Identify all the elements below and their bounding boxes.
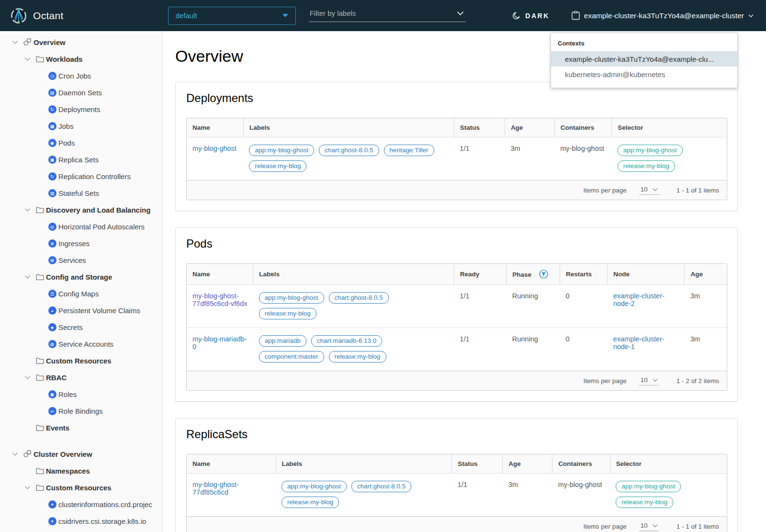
name-link[interactable]: my-blog-ghost-77df85c6cd-vf6dx bbox=[192, 292, 247, 307]
namespace-select[interactable]: default bbox=[168, 7, 296, 25]
sidebar-item-daemon-sets[interactable]: ▤Daemon Sets bbox=[0, 84, 162, 101]
chevron-down-icon[interactable] bbox=[21, 486, 34, 490]
cell-phase: Running bbox=[507, 285, 560, 328]
labels-chips: app:my-blog-ghostchart:ghost-8.0.5releas… bbox=[259, 292, 449, 319]
sidebar-item-label: Namespaces bbox=[46, 467, 90, 475]
sections: DeploymentsNameLabelsStatusAgeContainers… bbox=[175, 82, 738, 532]
folder-icon bbox=[34, 206, 46, 214]
sidebar-item-jobs[interactable]: ▦Jobs bbox=[0, 118, 162, 135]
label-filter-select[interactable]: Filter by labels bbox=[309, 9, 466, 22]
sidebar-item-cluster-overview[interactable]: Cluster Overview bbox=[0, 446, 162, 463]
chevron-down-icon[interactable] bbox=[21, 57, 34, 61]
sidebar-item-services[interactable]: ⊞Services bbox=[0, 252, 162, 269]
sidebar-item-config-and-storage[interactable]: Config and Storage bbox=[0, 269, 162, 285]
selectors-chips: app:my-blog-ghostrelease:my-blog bbox=[616, 481, 721, 508]
tablewrap-deployments: NameLabelsStatusAgeContainersSelectormy-… bbox=[186, 118, 727, 200]
sidebar-item-pods[interactable]: ◉Pods bbox=[0, 135, 162, 151]
sidebar-item-label: Workloads bbox=[46, 55, 82, 63]
name-link[interactable]: my-blog-ghost-77df85c6cd bbox=[192, 481, 239, 496]
sidebar-item-secrets[interactable]: ◈Secrets bbox=[0, 319, 162, 336]
label-chip: release:my-blog bbox=[259, 308, 316, 319]
sidebar-item-roles[interactable]: ◉Roles bbox=[0, 386, 162, 403]
cell-name: my-blog-mariadb-0 bbox=[187, 328, 253, 371]
csidrivers-csi-storage-k8s-io-icon: ✦ bbox=[46, 517, 58, 525]
node-link[interactable]: example-cluster-node-1 bbox=[613, 335, 665, 351]
items-per-page-select[interactable]: 10 bbox=[639, 186, 659, 195]
sidebar-item-deployments[interactable]: ↻Deployments bbox=[0, 101, 162, 118]
sidebar-item-label: Roles bbox=[58, 390, 77, 398]
services-icon: ⊞ bbox=[46, 256, 58, 264]
chevron-down-icon[interactable] bbox=[9, 40, 21, 45]
node-link[interactable]: example-cluster-node-2 bbox=[613, 292, 665, 307]
sidebar-item-horizontal-pod-autoscalers[interactable]: ◎Horizontal Pod Autoscalers bbox=[0, 218, 162, 235]
cell-phase: Running bbox=[507, 328, 560, 371]
sidebar-item-overview[interactable]: Overview bbox=[0, 34, 162, 51]
sidebar-item-config-maps[interactable]: ☰Config Maps bbox=[0, 285, 162, 302]
replica-sets-icon: ▣ bbox=[46, 156, 58, 164]
sidebar-item-persistent-volume-claims[interactable]: ◒Persistent Volume Claims bbox=[0, 302, 162, 319]
items-per-page-select[interactable]: 10 bbox=[639, 522, 659, 531]
sidebar-item-label: RBAC bbox=[46, 374, 67, 382]
tablewrap-pods: NameLabelsReadyPhaseRestartsNodeAgemy-bl… bbox=[186, 263, 727, 391]
section-title-replicasets: ReplicaSets bbox=[176, 419, 737, 441]
sidebar-item-label: Daemon Sets bbox=[58, 89, 102, 97]
chevron-down-icon[interactable] bbox=[21, 275, 34, 279]
cell-node: example-cluster-node-2 bbox=[608, 285, 685, 328]
sidebar-item-replica-sets[interactable]: ▣Replica Sets bbox=[0, 151, 162, 168]
name-link[interactable]: my-blog-mariadb-0 bbox=[192, 335, 247, 351]
column-header-age: Age bbox=[685, 264, 727, 285]
card-deployments: DeploymentsNameLabelsStatusAgeContainers… bbox=[175, 82, 738, 211]
octant-brand[interactable]: Octant bbox=[11, 8, 64, 24]
card-pods: PodsNameLabelsReadyPhaseRestartsNodeAgem… bbox=[175, 227, 738, 402]
sidebar-item-replication-controllers[interactable]: ↻Replication Controllers bbox=[0, 168, 162, 185]
cell-containers: my-blog-ghost bbox=[552, 474, 610, 517]
sidebar-item-namespaces[interactable]: Namespaces bbox=[0, 463, 162, 479]
sidebar-item-custom-resources[interactable]: Custom Resources bbox=[0, 352, 162, 369]
table-pods: NameLabelsReadyPhaseRestartsNodeAgemy-bl… bbox=[187, 264, 727, 371]
sidebar-item-events[interactable]: Events bbox=[0, 419, 162, 436]
filter-icon[interactable] bbox=[539, 270, 548, 279]
chevron-down-icon[interactable] bbox=[21, 208, 34, 212]
cell-age: 3m bbox=[503, 474, 552, 517]
selector-chip: app:my-blog-ghost bbox=[616, 481, 681, 492]
sidebar-item-clusterinformations-crd-projec[interactable]: ✦clusterinformations.crd.projec bbox=[0, 496, 162, 513]
sidebar-item-workloads[interactable]: Workloads bbox=[0, 51, 162, 68]
sidebar-item-rbac[interactable]: RBAC bbox=[0, 369, 162, 386]
roles-icon: ◉ bbox=[46, 390, 58, 398]
sidebar-item-role-bindings[interactable]: ∞Role Bindings bbox=[0, 403, 162, 419]
sidebar-item-service-accounts[interactable]: ◍Service Accounts bbox=[0, 336, 162, 352]
tablewrap-replicasets: NameLabelsStatusAgeContainersSelectormy-… bbox=[186, 454, 727, 532]
sidebar-item-csidrivers-csi-storage-k8s-io[interactable]: ✦csidrivers.csi.storage.k8s.io bbox=[0, 513, 162, 530]
config-maps-icon: ☰ bbox=[46, 290, 58, 298]
items-per-page-label: Items per page bbox=[584, 187, 627, 194]
persistent-volume-claims-icon: ◒ bbox=[46, 306, 58, 315]
items-per-page-select[interactable]: 10 bbox=[639, 376, 659, 385]
sidebar-item-custom-resources[interactable]: Custom Resources bbox=[0, 479, 162, 496]
sidebar-item-discovery-and-load-balancing[interactable]: Discovery and Load Balancing bbox=[0, 202, 162, 218]
sidebar-item-label: Role Bindings bbox=[58, 407, 103, 415]
sidebar-item-ingresses[interactable]: ⊗Ingresses bbox=[0, 235, 162, 252]
cell-node: example-cluster-node-1 bbox=[608, 328, 685, 371]
selector-chip: release:my-blog bbox=[616, 497, 673, 508]
label-chip: app:my-blog-ghost bbox=[282, 481, 347, 492]
label-chip: release:my-blog bbox=[249, 160, 306, 172]
main-content: Overview DeploymentsNameLabelsStatusAgeC… bbox=[163, 31, 766, 532]
cell-restarts: 0 bbox=[560, 328, 607, 371]
chevron-down-icon[interactable] bbox=[21, 375, 34, 380]
cell-age: 3m bbox=[505, 137, 554, 181]
chevron-down-icon[interactable] bbox=[9, 452, 21, 456]
sidebar-item-cron-jobs[interactable]: ◷Cron Jobs bbox=[0, 68, 162, 84]
column-header-age: Age bbox=[505, 118, 554, 137]
sidebar-item-stateful-sets[interactable]: ▥Stateful Sets bbox=[0, 185, 162, 202]
table-header-row: NameLabelsStatusAgeContainersSelector bbox=[187, 118, 727, 137]
context-option[interactable]: kubernetes-admin@kubernetes bbox=[551, 67, 737, 82]
context-option-selected[interactable]: example-cluster-ka3TuTzYo4a@example-clu.… bbox=[551, 51, 737, 67]
context-selector-button[interactable]: example-cluster-ka3TuTzYo4a@example-clus… bbox=[572, 11, 754, 20]
replication-controllers-icon: ↻ bbox=[46, 172, 58, 181]
dark-mode-toggle[interactable]: DARK bbox=[512, 11, 549, 20]
label-chip: app:my-blog-ghost bbox=[259, 292, 324, 304]
ingresses-icon: ⊗ bbox=[46, 239, 58, 248]
contexts-dropdown: Contexts example-cluster-ka3TuTzYo4a@exa… bbox=[551, 33, 738, 88]
moon-icon bbox=[512, 11, 521, 20]
name-link[interactable]: my-blog-ghost bbox=[192, 145, 237, 152]
